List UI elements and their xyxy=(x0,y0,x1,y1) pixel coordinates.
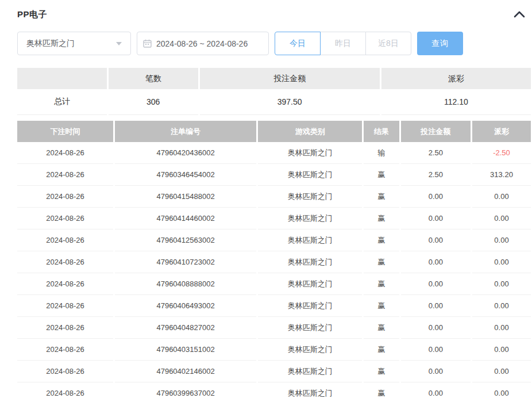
table-cell: 2024-08-26 xyxy=(17,295,113,317)
table-row: 2024-08-2647960410723002奥林匹斯之门赢0.000.00 xyxy=(17,251,531,273)
table-row: 2024-08-2647960412563002奥林匹斯之门赢0.000.00 xyxy=(17,229,531,251)
table-cell: 2024-08-26 xyxy=(17,186,113,208)
table-cell: 0.00 xyxy=(472,382,531,402)
table-row: 2024-08-2647960399637002奥林匹斯之门赢0.000.00 xyxy=(17,382,531,402)
detail-table-container: 下注时间 注单编号 游戏类别 结果 投注金额 派彩 2024-08-264796… xyxy=(17,121,532,402)
bet-records-table: 下注时间 注单编号 游戏类别 结果 投注金额 派彩 2024-08-264796… xyxy=(17,121,532,402)
table-row: 2024-08-2647960408888002奥林匹斯之门赢0.000.00 xyxy=(17,273,531,295)
table-cell: 赢 xyxy=(364,229,399,251)
table-cell: 0.00 xyxy=(401,251,471,273)
summary-table-container: 笔数 投注金额 派彩 总计 306 397.50 112.10 xyxy=(17,68,532,115)
table-cell: 0.00 xyxy=(401,295,471,317)
table-cell: 2024-08-26 xyxy=(17,164,113,186)
table-cell: 2024-08-26 xyxy=(17,339,113,361)
collapse-button[interactable] xyxy=(511,8,527,21)
chevron-up-icon xyxy=(514,11,525,18)
table-cell: 赢 xyxy=(364,273,399,295)
table-cell: 2024-08-26 xyxy=(17,229,113,251)
table-cell: 47960402146002 xyxy=(115,361,256,382)
pp-electronic-panel: PP电子 奥林匹斯之门 2024-08-26 ~ 20 xyxy=(0,0,532,402)
summary-table: 笔数 投注金额 派彩 总计 306 397.50 112.10 xyxy=(17,68,532,115)
header-bet-amount: 投注金额 xyxy=(401,121,471,142)
table-cell: 2.50 xyxy=(401,164,471,186)
header-payout: 派彩 xyxy=(472,121,531,142)
summary-header-bet-amount: 投注金额 xyxy=(200,68,380,89)
table-cell: 2024-08-26 xyxy=(17,361,113,382)
summary-total-count: 306 xyxy=(109,89,198,115)
table-cell: 47960403151002 xyxy=(115,339,256,361)
yesterday-button[interactable]: 昨日 xyxy=(320,32,366,55)
table-cell: 奥林匹斯之门 xyxy=(258,229,362,251)
table-cell: 2024-08-26 xyxy=(17,317,113,339)
table-cell: 赢 xyxy=(364,295,399,317)
table-cell: 47960406493002 xyxy=(115,295,256,317)
summary-total-bet-amount: 397.50 xyxy=(200,89,380,115)
summary-total-payout: 112.10 xyxy=(381,89,531,115)
header-game-category: 游戏类别 xyxy=(258,121,362,142)
summary-header-empty xyxy=(17,68,107,89)
table-cell: 输 xyxy=(364,142,399,164)
table-cell: 0.00 xyxy=(401,382,471,402)
table-cell: 0.00 xyxy=(401,229,471,251)
detail-header-row: 下注时间 注单编号 游戏类别 结果 投注金额 派彩 xyxy=(17,121,531,142)
panel-header: PP电子 xyxy=(17,0,532,21)
table-row: 2024-08-2647960346454002奥林匹斯之门赢2.50313.2… xyxy=(17,164,531,186)
today-button[interactable]: 今日 xyxy=(275,32,321,55)
table-cell: 0.00 xyxy=(401,273,471,295)
table-cell: 奥林匹斯之门 xyxy=(258,164,362,186)
table-cell: 47960346454002 xyxy=(115,164,256,186)
table-cell: 奥林匹斯之门 xyxy=(258,339,362,361)
table-cell: 奥林匹斯之门 xyxy=(258,208,362,229)
header-order-number: 注单编号 xyxy=(115,121,256,142)
table-row: 2024-08-2647960420436002奥林匹斯之门输2.50-2.50 xyxy=(17,142,531,164)
table-cell: 313.20 xyxy=(472,164,531,186)
table-row: 2024-08-2647960406493002奥林匹斯之门赢0.000.00 xyxy=(17,295,531,317)
table-cell: 47960415488002 xyxy=(115,186,256,208)
table-cell: 奥林匹斯之门 xyxy=(258,186,362,208)
table-cell: 奥林匹斯之门 xyxy=(258,361,362,382)
page-title: PP电子 xyxy=(17,9,47,20)
table-cell: 奥林匹斯之门 xyxy=(258,251,362,273)
table-cell: 赢 xyxy=(364,361,399,382)
summary-header-row: 笔数 投注金额 派彩 xyxy=(17,68,531,89)
date-range-value: 2024-08-26 ~ 2024-08-26 xyxy=(156,39,248,48)
table-cell: 0.00 xyxy=(401,339,471,361)
table-cell: 47960410723002 xyxy=(115,251,256,273)
table-cell: 47960414460002 xyxy=(115,208,256,229)
table-row: 2024-08-2647960415488002奥林匹斯之门赢0.000.00 xyxy=(17,186,531,208)
table-cell: 2024-08-26 xyxy=(17,142,113,164)
table-cell: 赢 xyxy=(364,186,399,208)
table-cell: 0.00 xyxy=(472,273,531,295)
header-result: 结果 xyxy=(364,121,399,142)
game-select-value: 奥林匹斯之门 xyxy=(26,39,111,49)
table-cell: 0.00 xyxy=(472,361,531,382)
table-cell: 赢 xyxy=(364,339,399,361)
table-cell: 2024-08-26 xyxy=(17,251,113,273)
date-range-input[interactable]: 2024-08-26 ~ 2024-08-26 xyxy=(137,32,269,55)
table-cell: 2024-08-26 xyxy=(17,382,113,402)
last-8-days-button[interactable]: 近8日 xyxy=(365,32,411,55)
table-cell: 0.00 xyxy=(472,208,531,229)
table-cell: 赢 xyxy=(364,208,399,229)
game-select[interactable]: 奥林匹斯之门 xyxy=(17,32,131,55)
table-row: 2024-08-2647960403151002奥林匹斯之门赢0.000.00 xyxy=(17,339,531,361)
table-cell: 赢 xyxy=(364,251,399,273)
filter-bar: 奥林匹斯之门 2024-08-26 ~ 2024-08-26 今日 昨日 近8日 xyxy=(17,32,532,55)
table-cell: 赢 xyxy=(364,317,399,339)
table-cell: 2024-08-26 xyxy=(17,273,113,295)
table-cell: 0.00 xyxy=(472,317,531,339)
table-cell: 奥林匹斯之门 xyxy=(258,273,362,295)
table-cell: 2.50 xyxy=(401,142,471,164)
table-cell: -2.50 xyxy=(472,142,531,164)
table-cell: 0.00 xyxy=(472,229,531,251)
table-cell: 奥林匹斯之门 xyxy=(258,317,362,339)
table-cell: 0.00 xyxy=(401,208,471,229)
summary-total-row: 总计 306 397.50 112.10 xyxy=(17,89,531,115)
summary-header-count: 笔数 xyxy=(109,68,198,89)
table-cell: 2024-08-26 xyxy=(17,208,113,229)
table-cell: 47960412563002 xyxy=(115,229,256,251)
query-button[interactable]: 查询 xyxy=(417,32,463,55)
table-cell: 奥林匹斯之门 xyxy=(258,142,362,164)
detail-table-body: 2024-08-2647960420436002奥林匹斯之门输2.50-2.50… xyxy=(17,142,531,402)
table-cell: 奥林匹斯之门 xyxy=(258,295,362,317)
